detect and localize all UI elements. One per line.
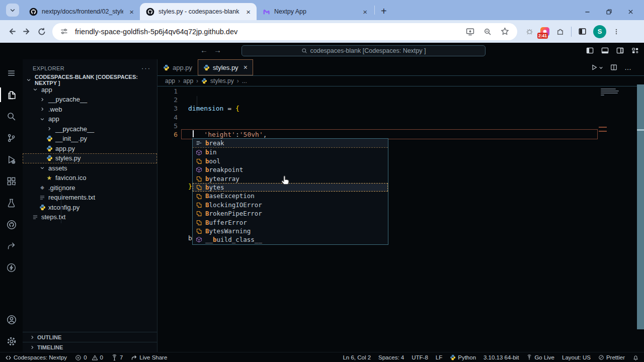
browser-tab-docs[interactable]: nextpy/docs/frontend/02_style × — [23, 3, 140, 20]
suggest-item-byteswarning[interactable]: BytesWarning — [193, 227, 388, 235]
tree-folder-assets[interactable]: assets — [23, 163, 157, 173]
problems-indicator[interactable]: 0 0 — [75, 354, 103, 361]
tree-file-app-py[interactable]: app.py — [23, 144, 157, 154]
vscode-forward-icon[interactable]: → — [214, 46, 221, 54]
toggle-panel-icon[interactable] — [601, 47, 609, 54]
tab-close-icon[interactable]: × — [244, 8, 253, 16]
language-mode[interactable]: Python — [450, 354, 476, 360]
browser-page-scrollbar[interactable] — [637, 84, 644, 329]
forward-button[interactable] — [19, 24, 34, 39]
suggest-item-breakpoint[interactable]: breakpoint — [193, 165, 388, 174]
screen-recorder-extension-icon[interactable]: 2:41 — [540, 27, 549, 36]
activity-testing-icon[interactable] — [0, 192, 23, 214]
extension-bug-icon[interactable] — [525, 27, 534, 36]
new-tab-button[interactable]: + — [378, 6, 390, 16]
editor-more-actions-icon[interactable]: … — [624, 63, 632, 71]
cursor-position[interactable]: Ln 6, Col 2 — [343, 354, 371, 360]
settings-gear-icon[interactable] — [0, 330, 23, 352]
minimap[interactable] — [599, 87, 637, 132]
live-share-button[interactable]: Live Share — [131, 354, 167, 361]
customize-layout-icon[interactable] — [631, 47, 639, 54]
site-settings-icon[interactable] — [58, 28, 70, 35]
remote-indicator[interactable]: Codespaces: Nextpy — [5, 354, 67, 361]
tree-root[interactable]: CODESPACES-BLANK [CODESPACES: NEXTPY ] — [23, 75, 157, 85]
activity-source-control-icon[interactable] — [0, 127, 23, 149]
suggest-item-buffererror[interactable]: BufferError — [193, 218, 388, 227]
split-editor-icon[interactable] — [610, 64, 617, 71]
breadcrumb-item[interactable]: styles.py — [210, 77, 234, 84]
toggle-secondary-sidebar-icon[interactable] — [616, 47, 624, 54]
tree-file-init-py[interactable]: __init__.py — [23, 134, 157, 144]
install-app-icon[interactable] — [464, 27, 476, 36]
vscode-back-icon[interactable]: ← — [200, 46, 208, 54]
tab-close-icon[interactable]: × — [244, 63, 248, 71]
tree-file-gitignore[interactable]: ◆ .gitignore — [23, 183, 157, 193]
suggest-item-build-class[interactable]: __build_class__ — [193, 235, 388, 244]
activity-explorer-icon[interactable] — [0, 84, 23, 106]
keyboard-layout[interactable]: Layout: US — [562, 354, 591, 360]
profile-avatar[interactable]: S — [593, 25, 606, 38]
tree-folder-pycache[interactable]: __pycache__ — [23, 95, 157, 105]
indentation[interactable]: Spaces: 4 — [378, 354, 404, 360]
window-restore-button[interactable] — [606, 9, 612, 15]
eol-sequence[interactable]: LF — [436, 354, 442, 360]
suggest-item-bin[interactable]: bin — [193, 148, 388, 156]
code-editor[interactable]: 1 2 3 4 5 6 dimension = { 'height':'50vh… — [157, 86, 644, 352]
browser-menu-kebab-icon[interactable] — [613, 28, 620, 36]
tree-file-steps[interactable]: steps.txt — [23, 212, 157, 222]
activity-live-share-icon[interactable] — [0, 235, 23, 257]
window-minimize-button[interactable] — [584, 9, 591, 15]
address-bar[interactable]: friendly-space-goldfish-5p6j4qv64q72jp.g… — [52, 23, 517, 40]
extensions-puzzle-icon[interactable] — [556, 27, 565, 36]
tree-folder-app[interactable]: app — [23, 85, 157, 95]
menu-hamburger-icon[interactable] — [0, 62, 23, 84]
tree-folder-web[interactable]: .web — [23, 105, 157, 115]
suggest-item-bool[interactable]: bool — [193, 157, 388, 165]
zoom-icon[interactable] — [481, 28, 494, 36]
suggest-item-blockingioerror[interactable]: BlockingIOError — [193, 201, 388, 209]
breadcrumb-item[interactable]: app — [165, 77, 175, 84]
tree-file-requirements[interactable]: requirements.txt — [23, 193, 157, 203]
reload-button[interactable] — [34, 24, 49, 39]
account-icon[interactable] — [0, 309, 23, 330]
explorer-more-actions-icon[interactable]: ··· — [141, 64, 151, 72]
activity-search-icon[interactable] — [0, 106, 23, 127]
activity-extensions-icon[interactable] — [0, 170, 23, 192]
notifications-bell-icon[interactable] — [632, 354, 639, 361]
tree-file-favicon[interactable]: ★ favicon.ico — [23, 173, 157, 183]
formatter-status[interactable]: Prettier — [598, 354, 625, 360]
tab-close-icon[interactable]: × — [361, 8, 369, 16]
run-python-file-button[interactable] — [591, 64, 603, 71]
tab-search-button[interactable] — [6, 4, 19, 17]
timeline-section[interactable]: TIMELINE — [23, 342, 157, 352]
suggest-item-baseexception[interactable]: BaseException — [193, 192, 388, 200]
bookmark-star-icon[interactable] — [499, 27, 511, 36]
activity-run-debug-icon[interactable] — [0, 149, 23, 170]
command-center[interactable]: codespaces-blank [Codespaces: Nextpy ] — [242, 45, 486, 56]
tree-file-styles-py[interactable]: styles.py — [23, 153, 157, 163]
outline-section[interactable]: OUTLINE — [23, 332, 157, 342]
tree-folder-app-inner[interactable]: app — [23, 114, 157, 124]
back-button[interactable] — [4, 24, 19, 39]
tree-folder-pycache-inner[interactable]: __pycache__ — [23, 124, 157, 134]
breadcrumb-item[interactable]: app — [183, 77, 193, 84]
tab-close-icon[interactable]: × — [127, 8, 136, 16]
activity-lightning-icon[interactable] — [0, 257, 23, 279]
browser-tab-codespace[interactable]: styles.py - codespaces-blank [C × — [140, 3, 257, 20]
window-close-button[interactable] — [627, 9, 634, 15]
editor-tab-styles-py[interactable]: styles.py × — [198, 59, 253, 75]
side-panel-toggle-icon[interactable] — [578, 27, 587, 36]
activity-github-icon[interactable] — [0, 214, 23, 235]
breadcrumb-item[interactable]: ... — [242, 77, 247, 84]
suggest-item-brokenpipeerror[interactable]: BrokenPipeError — [193, 209, 388, 218]
tree-file-xtconfig[interactable]: xtconfig.py — [23, 203, 157, 213]
python-interpreter[interactable]: 3.10.13 64-bit — [484, 354, 519, 360]
encoding[interactable]: UTF-8 — [412, 354, 428, 360]
editor-tab-app-py[interactable]: app.py — [157, 59, 198, 75]
toggle-primary-sidebar-icon[interactable] — [586, 47, 594, 54]
url-text[interactable]: friendly-space-goldfish-5p6j4qv64q72jp.g… — [75, 28, 459, 36]
ports-indicator[interactable]: 7 — [111, 354, 123, 361]
go-live-button[interactable]: Go Live — [526, 354, 554, 360]
suggest-item-break[interactable]: break — [193, 139, 388, 148]
browser-tab-nextpy-app[interactable]: Nextpy App × — [257, 3, 373, 20]
